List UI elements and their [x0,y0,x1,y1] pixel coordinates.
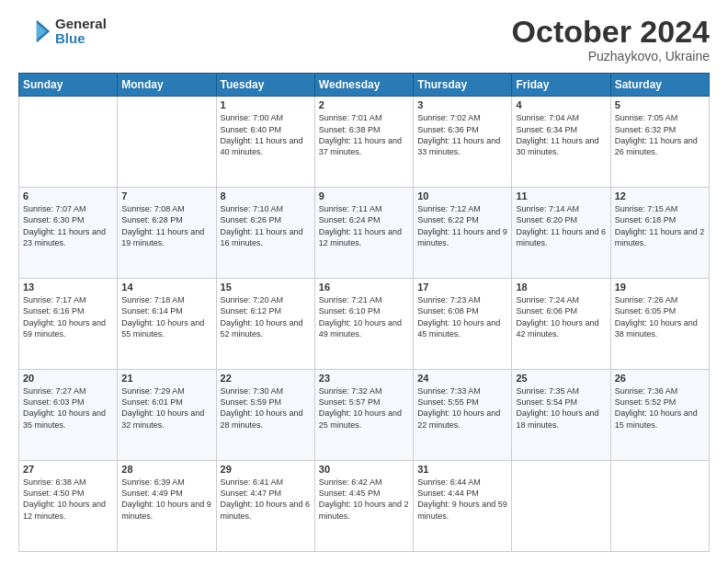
day-number: 21 [121,373,211,384]
table-row: 3Sunrise: 7:02 AM Sunset: 6:36 PM Daylig… [414,97,512,188]
day-number: 16 [319,282,409,293]
cell-info: Sunrise: 7:07 AM Sunset: 6:30 PM Dayligh… [23,203,113,248]
table-row [118,97,216,188]
table-row: 25Sunrise: 7:35 AM Sunset: 5:54 PM Dayli… [512,370,610,461]
day-number: 19 [615,282,705,293]
cell-info: Sunrise: 7:24 AM Sunset: 6:06 PM Dayligh… [516,294,606,339]
cell-info: Sunrise: 7:00 AM Sunset: 6:40 PM Dayligh… [221,112,311,157]
table-row: 26Sunrise: 7:36 AM Sunset: 5:52 PM Dayli… [610,370,709,461]
cell-info: Sunrise: 7:27 AM Sunset: 6:03 PM Dayligh… [23,385,113,431]
table-row: 9Sunrise: 7:11 AM Sunset: 6:24 PM Daylig… [314,188,413,279]
table-row: 13Sunrise: 7:17 AM Sunset: 6:16 PM Dayli… [19,279,118,370]
day-number: 14 [121,282,211,293]
logo-general: General [55,17,107,32]
cell-info: Sunrise: 7:21 AM Sunset: 6:10 PM Dayligh… [319,294,409,339]
cell-info: Sunrise: 7:32 AM Sunset: 5:57 PM Dayligh… [319,385,409,431]
table-row: 28Sunrise: 6:39 AM Sunset: 4:49 PM Dayli… [118,461,216,552]
table-row: 14Sunrise: 7:18 AM Sunset: 6:14 PM Dayli… [118,279,216,370]
cell-info: Sunrise: 7:18 AM Sunset: 6:14 PM Dayligh… [121,294,211,339]
day-number: 2 [319,99,409,110]
table-row: 31Sunrise: 6:44 AM Sunset: 4:44 PM Dayli… [414,461,512,552]
calendar: Sunday Monday Tuesday Wednesday Thursday… [18,73,710,552]
day-number: 15 [221,282,311,293]
day-number: 30 [319,464,409,475]
day-number: 31 [417,464,507,475]
logo-blue: Blue [55,31,107,47]
col-saturday: Saturday [610,74,709,97]
cell-info: Sunrise: 6:39 AM Sunset: 4:49 PM Dayligh… [121,477,211,522]
day-number: 1 [221,99,311,110]
logo: General Blue [18,15,107,48]
table-row: 1Sunrise: 7:00 AM Sunset: 6:40 PM Daylig… [216,97,314,188]
day-number: 27 [23,464,113,475]
cell-info: Sunrise: 6:38 AM Sunset: 4:50 PM Dayligh… [23,477,113,522]
day-number: 5 [615,99,705,110]
table-row: 17Sunrise: 7:23 AM Sunset: 6:08 PM Dayli… [414,279,512,370]
calendar-week-2: 6Sunrise: 7:07 AM Sunset: 6:30 PM Daylig… [19,188,710,279]
col-sunday: Sunday [19,74,118,97]
location-subtitle: Puzhaykovo, Ukraine [512,49,710,63]
cell-info: Sunrise: 7:12 AM Sunset: 6:22 PM Dayligh… [417,203,507,248]
logo-icon [18,15,51,48]
calendar-week-1: 1Sunrise: 7:00 AM Sunset: 6:40 PM Daylig… [19,97,710,188]
day-number: 12 [615,190,705,201]
day-number: 10 [417,190,507,201]
table-row: 8Sunrise: 7:10 AM Sunset: 6:26 PM Daylig… [216,188,314,279]
cell-info: Sunrise: 7:35 AM Sunset: 5:54 PM Dayligh… [516,385,606,431]
cell-info: Sunrise: 7:04 AM Sunset: 6:34 PM Dayligh… [516,112,606,157]
cell-info: Sunrise: 7:33 AM Sunset: 5:55 PM Dayligh… [417,385,507,431]
cell-info: Sunrise: 7:29 AM Sunset: 6:01 PM Dayligh… [121,385,211,431]
cell-info: Sunrise: 7:26 AM Sunset: 6:05 PM Dayligh… [615,294,705,339]
table-row: 16Sunrise: 7:21 AM Sunset: 6:10 PM Dayli… [314,279,413,370]
day-number: 28 [121,464,211,475]
day-number: 17 [417,282,507,293]
calendar-week-3: 13Sunrise: 7:17 AM Sunset: 6:16 PM Dayli… [19,279,710,370]
table-row: 24Sunrise: 7:33 AM Sunset: 5:55 PM Dayli… [414,370,512,461]
cell-info: Sunrise: 7:36 AM Sunset: 5:52 PM Dayligh… [615,385,705,431]
day-number: 11 [516,190,606,201]
col-monday: Monday [118,74,216,97]
table-row: 2Sunrise: 7:01 AM Sunset: 6:38 PM Daylig… [314,97,413,188]
cell-info: Sunrise: 7:01 AM Sunset: 6:38 PM Dayligh… [319,112,409,157]
col-tuesday: Tuesday [216,74,314,97]
table-row: 30Sunrise: 6:42 AM Sunset: 4:45 PM Dayli… [314,461,413,552]
table-row: 6Sunrise: 7:07 AM Sunset: 6:30 PM Daylig… [19,188,118,279]
table-row: 21Sunrise: 7:29 AM Sunset: 6:01 PM Dayli… [118,370,216,461]
table-row [19,97,118,188]
table-row: 27Sunrise: 6:38 AM Sunset: 4:50 PM Dayli… [19,461,118,552]
day-number: 29 [221,464,311,475]
col-wednesday: Wednesday [314,74,413,97]
table-row: 19Sunrise: 7:26 AM Sunset: 6:05 PM Dayli… [610,279,709,370]
cell-info: Sunrise: 7:05 AM Sunset: 6:32 PM Dayligh… [615,112,705,157]
day-number: 9 [319,190,409,201]
table-row: 20Sunrise: 7:27 AM Sunset: 6:03 PM Dayli… [19,370,118,461]
calendar-week-5: 27Sunrise: 6:38 AM Sunset: 4:50 PM Dayli… [19,461,710,552]
title-block: October 2024 Puzhaykovo, Ukraine [512,15,710,63]
day-number: 24 [417,373,507,384]
day-number: 23 [319,373,409,384]
cell-info: Sunrise: 7:02 AM Sunset: 6:36 PM Dayligh… [417,112,507,157]
cell-info: Sunrise: 7:20 AM Sunset: 6:12 PM Dayligh… [221,294,311,339]
table-row [610,461,709,552]
cell-info: Sunrise: 6:42 AM Sunset: 4:45 PM Dayligh… [319,477,409,522]
table-row: 7Sunrise: 7:08 AM Sunset: 6:28 PM Daylig… [118,188,216,279]
calendar-week-4: 20Sunrise: 7:27 AM Sunset: 6:03 PM Dayli… [19,370,710,461]
header: General Blue October 2024 Puzhaykovo, Uk… [18,15,710,63]
cell-info: Sunrise: 7:23 AM Sunset: 6:08 PM Dayligh… [417,294,507,339]
table-row [512,461,610,552]
cell-info: Sunrise: 7:11 AM Sunset: 6:24 PM Dayligh… [319,203,409,248]
col-thursday: Thursday [414,74,512,97]
day-number: 26 [615,373,705,384]
day-number: 18 [516,282,606,293]
day-number: 6 [23,190,113,201]
cell-info: Sunrise: 6:44 AM Sunset: 4:44 PM Dayligh… [417,477,507,522]
table-row: 5Sunrise: 7:05 AM Sunset: 6:32 PM Daylig… [610,97,709,188]
calendar-header-row: Sunday Monday Tuesday Wednesday Thursday… [19,74,710,97]
cell-info: Sunrise: 7:17 AM Sunset: 6:16 PM Dayligh… [23,294,113,339]
table-row: 23Sunrise: 7:32 AM Sunset: 5:57 PM Dayli… [314,370,413,461]
table-row: 12Sunrise: 7:15 AM Sunset: 6:18 PM Dayli… [610,188,709,279]
table-row: 18Sunrise: 7:24 AM Sunset: 6:06 PM Dayli… [512,279,610,370]
table-row: 4Sunrise: 7:04 AM Sunset: 6:34 PM Daylig… [512,97,610,188]
day-number: 8 [221,190,311,201]
month-title: October 2024 [512,15,710,49]
